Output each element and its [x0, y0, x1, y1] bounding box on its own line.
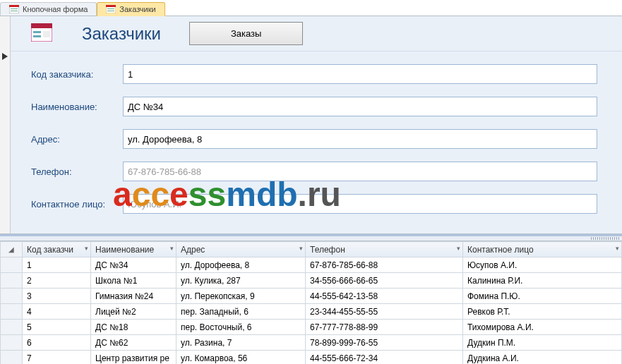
cell-address[interactable]: ул. Перекопская, 9: [177, 289, 306, 304]
table-row[interactable]: 4Лицей №2пер. Западный, 623-344-455-55-5…: [1, 304, 622, 320]
cell-name[interactable]: ДС №62: [91, 335, 177, 351]
row-selector[interactable]: [1, 289, 23, 304]
tab-strip: Кнопочная форма Заказчики: [0, 0, 622, 16]
row-selector[interactable]: [1, 257, 23, 273]
col-header-phone[interactable]: Телефон▾: [306, 242, 463, 257]
table-row[interactable]: 1ДС №34ул. Дорофеева, 867-876-785-66-88Ю…: [1, 257, 622, 273]
form-icon: [9, 5, 19, 13]
cell-phone[interactable]: 44-555-642-13-58: [306, 289, 463, 304]
cell-code[interactable]: 2: [23, 273, 91, 289]
row-selector[interactable]: [1, 304, 23, 320]
cell-code[interactable]: 6: [23, 335, 91, 351]
chevron-down-icon[interactable]: ▾: [85, 245, 88, 252]
datasheet: ◢ Код заказчи▾ Наименование▾ Адрес▾ Теле…: [0, 234, 622, 364]
cell-contact[interactable]: Ревков Р.Т.: [463, 304, 622, 320]
cell-name[interactable]: ДС №34: [91, 257, 177, 273]
cell-code[interactable]: 3: [23, 289, 91, 304]
cell-phone[interactable]: 78-899-999-76-55: [306, 335, 463, 351]
chevron-down-icon[interactable]: ▾: [170, 245, 174, 252]
label-code: Код заказчика:: [31, 69, 123, 80]
row-selector[interactable]: [1, 351, 23, 365]
svg-rect-13: [43, 31, 50, 37]
form-logo-icon: [31, 23, 52, 44]
row-selector[interactable]: [1, 335, 23, 351]
cell-address[interactable]: ул. Кулика, 287: [177, 273, 306, 289]
svg-rect-5: [106, 5, 116, 7]
svg-rect-1: [9, 5, 19, 7]
form-icon: [106, 5, 116, 13]
svg-rect-10: [31, 23, 52, 28]
table-row[interactable]: 3Гимназия №24ул. Перекопская, 944-555-64…: [1, 289, 622, 304]
cell-name[interactable]: Гимназия №24: [91, 289, 177, 304]
form-header: Заказчики Заказы: [10, 16, 622, 51]
cell-address[interactable]: пер. Восточный, 6: [177, 320, 306, 335]
label-address: Адрес:: [31, 134, 123, 145]
tab-label: Кнопочная форма: [23, 5, 88, 13]
form-area: Заказчики Заказы Код заказчика: Наименов…: [0, 16, 622, 234]
cell-code[interactable]: 7: [23, 351, 91, 365]
cell-phone[interactable]: 34-556-666-66-65: [306, 273, 463, 289]
form-title: Заказчики: [80, 24, 161, 44]
cell-phone[interactable]: 67-876-785-66-88: [306, 257, 463, 273]
label-phone: Телефон:: [31, 166, 123, 177]
cell-contact[interactable]: Юсупов А.И.: [463, 257, 622, 273]
cell-address[interactable]: ул. Разина, 7: [177, 335, 306, 351]
cell-name[interactable]: ДС №18: [91, 320, 177, 335]
cell-contact[interactable]: Дудкин П.М.: [463, 335, 622, 351]
tab-label: Заказчики: [119, 5, 155, 13]
form-body: Код заказчика: Наименование: Адрес: Теле…: [10, 51, 622, 233]
table-row[interactable]: 5ДС №18пер. Восточный, 667-777-778-88-99…: [1, 320, 622, 335]
tab-button-form[interactable]: Кнопочная форма: [0, 2, 97, 16]
cell-code[interactable]: 5: [23, 320, 91, 335]
input-contact[interactable]: [123, 194, 597, 214]
select-all-cell[interactable]: ◢: [1, 242, 23, 257]
col-header-code[interactable]: Код заказчи▾: [23, 242, 91, 257]
data-table: ◢ Код заказчи▾ Наименование▾ Адрес▾ Теле…: [0, 241, 622, 364]
row-selector[interactable]: [1, 320, 23, 335]
label-name: Наименование:: [31, 102, 123, 112]
svg-rect-7: [107, 11, 114, 11]
input-address[interactable]: [123, 129, 597, 149]
svg-rect-6: [107, 8, 114, 9]
col-header-contact[interactable]: Контактное лицо▾: [463, 242, 622, 257]
splitter-handle[interactable]: [0, 236, 622, 241]
cell-name[interactable]: Школа №1: [91, 273, 177, 289]
cell-contact[interactable]: Фомина П.Ю.: [463, 289, 622, 304]
row-selector[interactable]: [1, 273, 23, 289]
cell-address[interactable]: пер. Западный, 6: [177, 304, 306, 320]
tab-customers[interactable]: Заказчики: [97, 2, 165, 16]
col-header-name[interactable]: Наименование▾: [91, 242, 177, 257]
input-name[interactable]: [123, 97, 597, 116]
cell-name[interactable]: Лицей №2: [91, 304, 177, 320]
record-selector[interactable]: [0, 16, 11, 233]
cell-address[interactable]: ул. Дорофеева, 8: [177, 257, 306, 273]
cell-contact[interactable]: Тихомирова А.И.: [463, 320, 622, 335]
table-header-row: ◢ Код заказчи▾ Наименование▾ Адрес▾ Теле…: [1, 242, 622, 257]
label-contact: Контактное лицо:: [31, 199, 123, 210]
cell-contact[interactable]: Калинина Р.И.: [463, 273, 622, 289]
table-row[interactable]: 2Школа №1ул. Кулика, 28734-556-666-66-65…: [1, 273, 622, 289]
svg-marker-8: [2, 53, 8, 60]
cell-phone[interactable]: 23-344-455-55-55: [306, 304, 463, 320]
cell-contact[interactable]: Дудкина А.И.: [463, 351, 622, 365]
input-phone[interactable]: [123, 162, 597, 181]
svg-rect-2: [11, 8, 18, 9]
svg-rect-11: [33, 31, 41, 33]
col-header-address[interactable]: Адрес▾: [177, 242, 306, 257]
svg-rect-3: [11, 11, 18, 11]
cell-address[interactable]: ул. Комарвоа, 56: [177, 351, 306, 365]
orders-button[interactable]: Заказы: [189, 22, 303, 45]
table-row[interactable]: 7Центр развития реул. Комарвоа, 5644-555…: [1, 351, 622, 365]
cell-name[interactable]: Центр развития ре: [91, 351, 177, 365]
cell-code[interactable]: 1: [23, 257, 91, 273]
chevron-down-icon[interactable]: ▾: [299, 245, 303, 252]
cell-phone[interactable]: 67-777-778-88-99: [306, 320, 463, 335]
cell-phone[interactable]: 44-555-666-72-34: [306, 351, 463, 365]
chevron-down-icon[interactable]: ▾: [457, 245, 460, 252]
svg-rect-12: [33, 35, 41, 37]
input-code[interactable]: [123, 64, 597, 84]
table-row[interactable]: 6ДС №62ул. Разина, 778-899-999-76-55Дудк…: [1, 335, 622, 351]
cell-code[interactable]: 4: [23, 304, 91, 320]
chevron-down-icon[interactable]: ▾: [616, 245, 619, 252]
